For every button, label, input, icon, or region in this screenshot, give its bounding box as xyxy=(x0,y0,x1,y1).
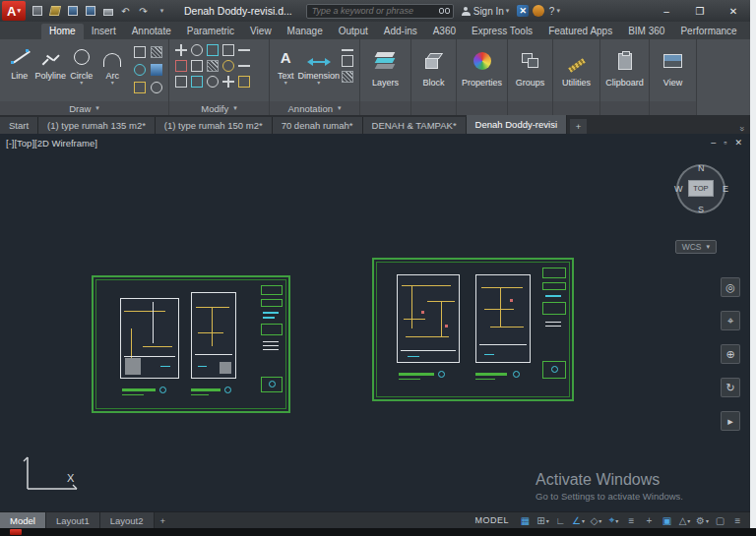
view-button[interactable]: View xyxy=(654,42,692,101)
dimension-tool-button[interactable]: Dimension ▾ xyxy=(297,42,340,86)
viewcube-west[interactable]: W xyxy=(674,184,683,194)
model-space-toggle[interactable]: MODEL xyxy=(468,515,516,525)
annotation-panel-title[interactable]: Annotation▾ xyxy=(270,101,359,115)
properties-button[interactable]: Properties xyxy=(461,42,503,101)
file-tab-start[interactable]: Start xyxy=(0,117,38,134)
table-tool-icon[interactable] xyxy=(342,55,353,67)
ribbon-tab-insert[interactable]: Insert xyxy=(84,24,124,39)
gradient-tool-icon[interactable] xyxy=(151,64,162,76)
viewcube-top-face[interactable]: TOP xyxy=(688,180,714,197)
ribbon-tab-annotate[interactable]: Annotate xyxy=(124,24,179,39)
navigation-wheel-button[interactable]: ◎ xyxy=(721,277,740,297)
drawing-sheet-2[interactable] xyxy=(372,258,574,401)
ribbon-tab-view[interactable]: View xyxy=(242,24,280,39)
zoom-button[interactable]: ⊕ xyxy=(721,344,740,364)
ellipse-tool-icon[interactable] xyxy=(134,64,146,76)
erase-tool-icon[interactable] xyxy=(175,60,187,72)
model-space-viewport[interactable]: [-][Top][2D Wireframe] – ▫ ✕ N W E S TOP… xyxy=(0,134,750,511)
circle-tool-button[interactable]: Circle ▾ xyxy=(66,42,96,86)
layout-tab-layout2[interactable]: Layout2 xyxy=(100,512,155,528)
copy-tool-icon[interactable] xyxy=(222,44,234,56)
text-tool-button[interactable]: A Text ▾ xyxy=(274,42,297,86)
block-panel-title[interactable] xyxy=(411,101,456,115)
clipboard-panel-title[interactable] xyxy=(600,101,649,115)
layers-button[interactable]: Layers xyxy=(364,42,407,101)
minimize-button[interactable]: – xyxy=(650,1,683,21)
fillet-tool-icon[interactable] xyxy=(238,49,250,51)
utilities-button[interactable]: Utilities xyxy=(557,42,596,101)
signin-group[interactable]: Sign In ▾ xyxy=(462,3,510,19)
isometric-drafting-toggle[interactable]: ◇▾ xyxy=(588,513,604,528)
groups-panel-title[interactable] xyxy=(508,101,552,115)
undo-button[interactable]: ↶ xyxy=(118,4,133,19)
clipboard-button[interactable]: Clipboard xyxy=(604,42,645,101)
new-drawing-tab-button[interactable]: + xyxy=(570,119,587,134)
help-search-box[interactable] xyxy=(306,4,454,19)
ribbon-tab-parametric[interactable]: Parametric xyxy=(179,24,242,39)
search-binoculars-icon[interactable] xyxy=(439,8,450,14)
explode-tool-icon[interactable] xyxy=(191,76,203,88)
stretch-tool-icon[interactable] xyxy=(238,65,250,67)
properties-panel-title[interactable] xyxy=(457,101,507,115)
search-input[interactable] xyxy=(310,5,437,17)
taskbar-autocad-icon[interactable] xyxy=(10,529,22,535)
wcs-selector[interactable]: WCS ▾ xyxy=(675,240,717,254)
groups-button[interactable]: Groups xyxy=(512,42,548,101)
rotate-tool-icon[interactable] xyxy=(191,44,203,56)
viewport-controls-label[interactable]: [-][Top][2D Wireframe] xyxy=(6,138,97,149)
close-button[interactable]: ✕ xyxy=(717,1,750,21)
viewcube-east[interactable]: E xyxy=(723,184,728,194)
orbit-button[interactable]: ↻ xyxy=(721,378,740,397)
view-panel-title[interactable] xyxy=(650,101,696,115)
doc-close-icon[interactable]: ✕ xyxy=(734,138,742,148)
revision-cloud-tool-icon[interactable] xyxy=(151,82,162,93)
annotation-scale-button[interactable]: △▾ xyxy=(676,513,693,528)
move-tool-icon[interactable] xyxy=(175,44,187,56)
save-button[interactable] xyxy=(65,4,80,19)
ribbon-tab-performance[interactable]: Performance xyxy=(672,24,744,39)
draw-panel-title[interactable]: Draw▾ xyxy=(0,101,168,115)
ribbon-tab-addins[interactable]: Add-ins xyxy=(376,24,425,39)
mirror-tool-icon[interactable] xyxy=(191,60,203,72)
plot-button[interactable] xyxy=(100,4,115,19)
annotation-monitor-toggle[interactable]: ▢ xyxy=(712,513,728,528)
layout-tab-model[interactable]: Model xyxy=(0,512,46,528)
lineweight-toggle[interactable]: ≡ xyxy=(623,513,640,528)
file-tab-denah-tampak[interactable]: DENAH & TAMPAK* xyxy=(363,117,467,134)
line-tool-button[interactable]: Line xyxy=(4,42,34,81)
doc-restore-icon[interactable]: ▫ xyxy=(724,138,726,148)
viewcube-north[interactable]: N xyxy=(698,163,705,173)
ribbon-tab-home[interactable]: Home xyxy=(41,24,84,39)
chamfer-tool-icon[interactable] xyxy=(238,76,250,88)
grid-display-toggle[interactable]: ▦ xyxy=(517,513,534,528)
arc-tool-button[interactable]: Arc ▾ xyxy=(97,42,128,86)
workspace-switching-button[interactable]: ⚙▾ xyxy=(694,513,711,528)
layout-tab-layout1[interactable]: Layout1 xyxy=(46,512,100,528)
autodesk-exchange-button[interactable]: ✕ xyxy=(515,3,531,19)
trim-tool-icon[interactable] xyxy=(207,44,219,56)
rectangle-tool-icon[interactable] xyxy=(134,46,146,58)
ribbon-tab-a360[interactable]: A360 xyxy=(425,24,464,39)
object-snap-toggle[interactable]: ⌖▾ xyxy=(605,513,622,528)
break-tool-icon[interactable] xyxy=(207,76,219,88)
customize-status-bar-button[interactable]: ≡ xyxy=(729,513,746,528)
utilities-panel-title[interactable] xyxy=(553,101,599,115)
stay-connected-button[interactable] xyxy=(531,3,546,19)
application-menu-button[interactable]: A ▾ xyxy=(2,1,26,21)
polyline-tool-button[interactable]: Polyline xyxy=(34,42,66,81)
file-tab-70-denah[interactable]: 70 denah rumah* xyxy=(273,117,363,134)
ribbon-tab-bim360[interactable]: BIM 360 xyxy=(620,24,672,39)
selection-cycling-toggle[interactable]: ▣ xyxy=(659,513,675,528)
block-button[interactable]: Block xyxy=(415,42,452,101)
ribbon-tab-output[interactable]: Output xyxy=(331,24,376,39)
doc-minimize-icon[interactable]: – xyxy=(711,138,716,148)
ribbon-tab-featured-apps[interactable]: Featured Apps xyxy=(540,24,620,39)
pan-button[interactable]: ⌖ xyxy=(721,311,740,330)
dynamic-input-toggle[interactable]: + xyxy=(641,513,658,528)
viewcube-south[interactable]: S xyxy=(698,205,704,214)
ortho-mode-toggle[interactable]: ∟ xyxy=(552,513,569,528)
leader-tool-icon[interactable] xyxy=(342,49,353,51)
join-tool-icon[interactable] xyxy=(222,76,234,88)
file-tab-overflow-icon[interactable]: » xyxy=(736,126,746,131)
new-layout-button[interactable]: + xyxy=(155,512,172,528)
